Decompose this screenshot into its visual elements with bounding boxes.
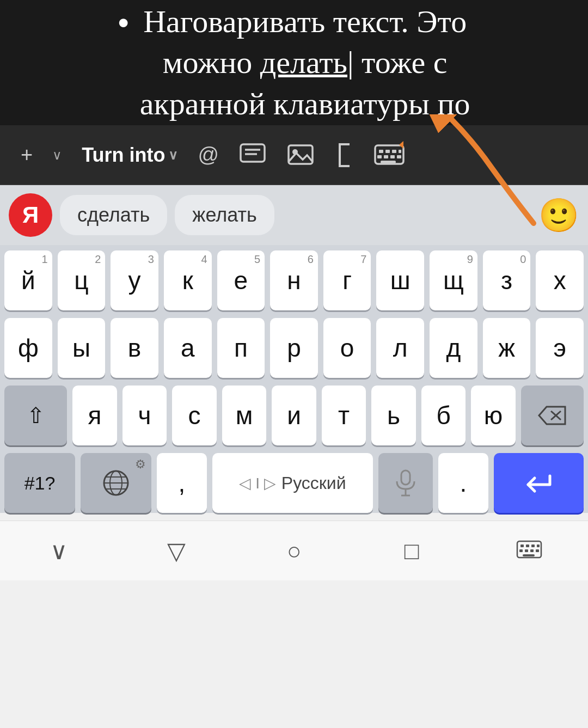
key-х[interactable]: х [536, 250, 584, 310]
nav-bar: ∨ ▽ ○ □ [0, 521, 588, 580]
key-ш[interactable]: ш [376, 250, 424, 310]
svg-rect-34 [525, 549, 528, 552]
key-а[interactable]: а [164, 318, 212, 378]
key-к[interactable]: 4 к [164, 250, 212, 310]
backspace-key[interactable] [521, 386, 584, 445]
yandex-logo[interactable]: Я [9, 193, 52, 237]
key-б[interactable]: б [421, 386, 466, 445]
svg-rect-9 [392, 150, 396, 153]
keyboard-area: Я сделать желать 🙂 1 й 2 ц 3 у [0, 185, 588, 513]
chevron-down-button[interactable]: ∨ [42, 142, 72, 168]
svg-rect-36 [536, 549, 539, 552]
svg-rect-4 [289, 145, 313, 164]
key-row-2: ф ы в а п р о л д [4, 318, 584, 378]
svg-rect-30 [526, 545, 529, 547]
key-м[interactable]: м [222, 386, 267, 445]
comma-key[interactable]: , [157, 453, 207, 513]
key-в[interactable]: в [111, 318, 158, 378]
svg-rect-7 [379, 150, 383, 153]
key-у[interactable]: 3 у [111, 250, 158, 310]
svg-rect-13 [390, 155, 395, 158]
key-р[interactable]: р [270, 318, 318, 378]
keys-area: 1 й 2 ц 3 у 4 к 5 е 6 н [0, 245, 588, 513]
circle-nav-icon: ○ [287, 537, 302, 565]
svg-rect-25 [401, 470, 410, 485]
turn-into-button[interactable]: Turn into ∨ [72, 138, 188, 172]
globe-icon [101, 468, 131, 498]
svg-rect-11 [377, 155, 382, 158]
key-ь[interactable]: ь [371, 386, 416, 445]
nav-back-button[interactable]: ▽ [127, 529, 225, 573]
turn-into-chevron-icon: ∨ [168, 148, 178, 163]
key-ю[interactable]: ю [471, 386, 516, 445]
mic-key[interactable] [378, 453, 433, 513]
key-и[interactable]: и [272, 386, 316, 445]
svg-rect-10 [399, 150, 401, 153]
key-с[interactable]: с [172, 386, 217, 445]
image-icon [286, 141, 315, 169]
square-nav-icon: □ [405, 537, 419, 565]
key-т[interactable]: т [322, 386, 366, 445]
svg-marker-16 [399, 141, 403, 149]
key-п[interactable]: п [217, 318, 265, 378]
svg-rect-37 [523, 554, 535, 556]
keyboard-icon [373, 141, 405, 169]
key-г[interactable]: 7 г [323, 250, 371, 310]
suggestion-chip-2[interactable]: желать [175, 195, 274, 235]
globe-key[interactable]: ⚙ [81, 453, 151, 513]
svg-rect-0 [241, 144, 265, 162]
cursor-left-icon: ◁ I ▷ [239, 474, 275, 492]
key-ц[interactable]: 2 ц [58, 250, 106, 310]
comment-button[interactable] [229, 136, 277, 175]
key-е[interactable]: 5 е [217, 250, 265, 310]
suggestion-chip-1[interactable]: сделать [60, 195, 167, 235]
svg-rect-12 [384, 155, 388, 158]
bullet-point: • [118, 4, 128, 40]
shift-key[interactable]: ⇧ [4, 386, 67, 445]
key-row-3: ⇧ я ч с м и т ь б [4, 386, 584, 445]
svg-rect-31 [531, 545, 535, 547]
backspace-icon [536, 403, 568, 427]
nav-keyboard-button[interactable] [480, 529, 578, 573]
triangle-nav-icon: ▽ [167, 537, 186, 565]
period-key[interactable]: . [438, 453, 488, 513]
image-button[interactable] [277, 136, 324, 175]
key-о[interactable]: о [323, 318, 371, 378]
key-л[interactable]: л [376, 318, 424, 378]
gear-icon: ⚙ [135, 457, 146, 472]
add-button[interactable]: + [11, 138, 42, 172]
key-ч[interactable]: ч [122, 386, 167, 445]
space-key[interactable]: ◁ I ▷ Русский [212, 453, 373, 513]
key-д[interactable]: д [430, 318, 477, 378]
key-н[interactable]: 6 н [270, 250, 318, 310]
suggestions-row: Я сделать желать 🙂 [0, 185, 588, 245]
toolbar: + ∨ Turn into ∨ @ [0, 125, 588, 185]
keyboard-button[interactable] [364, 136, 415, 175]
key-й[interactable]: 1 й [4, 250, 52, 310]
svg-rect-32 [537, 545, 540, 547]
mention-button[interactable]: @ [188, 138, 229, 172]
svg-rect-8 [385, 150, 390, 153]
bracket-button[interactable] [324, 136, 364, 175]
language-label: Русский [281, 473, 346, 493]
key-ы[interactable]: ы [58, 318, 106, 378]
content-text: Наговаривать текст. Это можно делать| то… [140, 1, 470, 124]
svg-rect-14 [397, 155, 401, 158]
enter-key[interactable] [494, 453, 584, 513]
nav-chevron-button[interactable]: ∨ [10, 529, 108, 573]
chevron-down-icon: ∨ [52, 148, 62, 163]
key-я[interactable]: я [72, 386, 117, 445]
key-з[interactable]: 0 з [483, 250, 531, 310]
key-ф[interactable]: ф [4, 318, 52, 378]
nav-home-button[interactable]: ○ [245, 529, 343, 573]
emoji-button[interactable]: 🙂 [538, 196, 579, 235]
enter-icon [523, 469, 555, 497]
svg-rect-35 [530, 549, 534, 552]
key-щ[interactable]: 9 щ [430, 250, 477, 310]
key-ж[interactable]: ж [483, 318, 531, 378]
nav-recents-button[interactable]: □ [363, 529, 461, 573]
key-э[interactable]: э [536, 318, 584, 378]
svg-rect-29 [520, 545, 524, 547]
comment-icon [238, 141, 267, 169]
num-sym-key[interactable]: #1? [4, 453, 75, 513]
